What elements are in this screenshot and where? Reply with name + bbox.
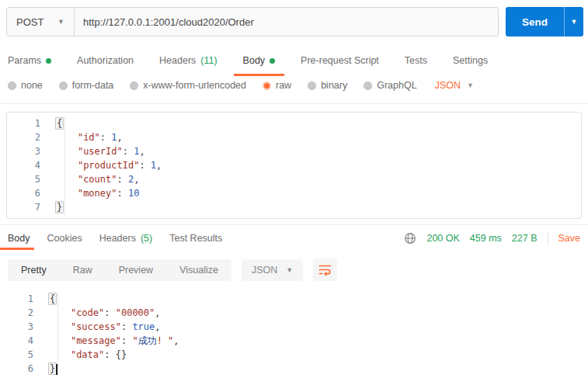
tab-label: Headers (99, 233, 136, 244)
tab-settings[interactable]: Settings (453, 55, 488, 66)
view-label: Visualize (179, 265, 218, 276)
code-text: "code": "00000", (37, 306, 161, 320)
line-number: 4 (0, 334, 37, 348)
chevron-down-icon: ▼ (467, 82, 474, 89)
tab-label: Headers (159, 55, 196, 66)
line-number: 5 (0, 348, 37, 362)
save-response-button[interactable]: Save (558, 233, 581, 244)
response-language-dropdown[interactable]: JSON ▼ (242, 259, 303, 281)
radio-graphql[interactable]: GraphQL (364, 80, 416, 91)
line-number: 1 (7, 116, 44, 130)
radio-label: raw (276, 80, 291, 91)
radio-icon (364, 82, 372, 90)
code-text: { (44, 116, 64, 130)
view-visualize[interactable]: Visualize (166, 259, 231, 281)
view-pretty[interactable]: Pretty (8, 259, 60, 281)
code-text: "success": true, (37, 320, 161, 334)
network-globe-icon[interactable] (404, 232, 416, 245)
view-raw[interactable]: Raw (60, 259, 106, 281)
tab-label: Params (8, 55, 41, 66)
response-toolbar: Pretty Raw Preview Visualize JSON ▼ (0, 251, 588, 286)
code-text: "data": {} (37, 348, 127, 362)
send-split-button: Send ▼ (506, 7, 583, 36)
send-options-button[interactable]: ▼ (565, 7, 583, 36)
tab-test-results[interactable]: Test Results (169, 233, 222, 244)
tab-label: Tests (405, 55, 427, 66)
code-line: 5 "data": {} (0, 348, 588, 362)
indent-guide (64, 117, 65, 215)
line-number: 3 (0, 320, 37, 334)
radio-form-data[interactable]: form-data (59, 80, 114, 91)
code-text: "productId": 1, (44, 158, 162, 172)
response-body-editor[interactable]: 1{2 "code": "00000",3 "success": true,4 … (0, 286, 588, 377)
radio-label: binary (321, 80, 347, 91)
code-line: 3 "userId": 1, (7, 144, 581, 158)
chevron-down-icon: ▼ (286, 266, 293, 274)
code-line: 2 "code": "00000", (0, 306, 588, 320)
request-language-dropdown[interactable]: JSON ▼ (435, 80, 474, 91)
status-badge: 200 OK (426, 233, 459, 244)
line-number: 1 (0, 292, 37, 306)
radio-icon (130, 82, 138, 90)
code-text: "id": 1, (44, 130, 123, 144)
tab-label: Test Results (169, 233, 222, 244)
response-time: 459 ms (470, 233, 502, 244)
code-line: 6 "money": 10 (7, 186, 581, 200)
code-line: 5 "count": 2, (7, 172, 581, 186)
tab-headers[interactable]: Headers (11) (159, 55, 217, 66)
code-line: 6} (0, 362, 588, 376)
line-number: 2 (0, 306, 37, 320)
view-preview[interactable]: Preview (106, 259, 166, 281)
radio-selected-icon (263, 82, 271, 90)
tab-pre-request-script[interactable]: Pre-request Script (301, 55, 379, 66)
request-body-editor[interactable]: 1{2 "id": 1,3 "userId": 1,4 "productId":… (6, 112, 582, 219)
radio-label: GraphQL (377, 80, 416, 91)
method-label: POST (16, 16, 43, 28)
divider (0, 103, 588, 104)
radio-icon (308, 82, 316, 90)
green-dot-icon (46, 58, 51, 64)
view-switcher: Pretty Raw Preview Visualize (8, 259, 231, 281)
tab-tests[interactable]: Tests (405, 55, 427, 66)
code-text: "userId": 1, (44, 144, 145, 158)
view-label: Raw (73, 265, 92, 276)
view-label: Pretty (21, 265, 47, 276)
url-group: POST ▼ (6, 7, 499, 36)
send-button[interactable]: Send (506, 7, 564, 36)
divider (548, 232, 548, 245)
tab-label: Body (8, 233, 30, 244)
headers-count: (5) (141, 233, 152, 244)
radio-x-www-form-urlencoded[interactable]: x-www-form-urlencoded (130, 80, 246, 91)
radio-raw[interactable]: raw (263, 80, 291, 91)
code-line: 1{ (7, 116, 581, 130)
code-text: } (44, 200, 64, 214)
response-size: 227 B (512, 233, 538, 244)
tab-params[interactable]: Params (8, 55, 51, 66)
code-text: "count": 2, (44, 172, 139, 186)
view-label: Preview (119, 265, 153, 276)
method-dropdown[interactable]: POST ▼ (7, 8, 74, 36)
code-text: } (37, 362, 57, 376)
green-dot-icon (270, 58, 275, 64)
request-tabs: Params Authorization Headers (11) Body P… (0, 43, 588, 75)
line-number: 4 (7, 158, 44, 172)
tab-label: Authorization (77, 55, 134, 66)
radio-binary[interactable]: binary (308, 80, 347, 91)
tab-authorization[interactable]: Authorization (77, 55, 134, 66)
code-line: 4 "message": "成功! ", (0, 334, 588, 348)
tab-body[interactable]: Body (243, 55, 276, 66)
response-tabs: Body Cookies Headers (5) Test Results 20… (0, 225, 588, 251)
tab-cookies[interactable]: Cookies (47, 233, 82, 244)
language-label: JSON (252, 265, 277, 276)
code-line: 2 "id": 1, (7, 130, 581, 144)
tab-response-headers[interactable]: Headers (5) (99, 233, 153, 244)
line-number: 2 (7, 130, 44, 144)
url-input[interactable] (75, 16, 498, 28)
wrap-text-button[interactable] (313, 258, 337, 281)
code-line: 3 "success": true, (0, 320, 588, 334)
radio-none[interactable]: none (8, 80, 43, 91)
tab-response-body[interactable]: Body (8, 233, 30, 244)
chevron-down-icon: ▼ (57, 18, 64, 26)
radio-label: form-data (72, 80, 114, 91)
chevron-down-icon: ▼ (571, 18, 578, 26)
